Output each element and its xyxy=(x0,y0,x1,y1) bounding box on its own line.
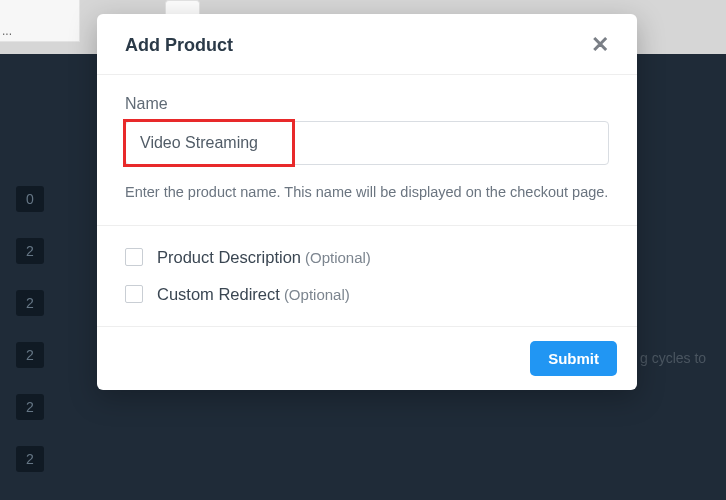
modal-title: Add Product xyxy=(125,35,233,56)
option-label-text: Custom Redirect xyxy=(157,285,280,303)
add-product-modal: Add Product ✕ Name Enter the product nam… xyxy=(97,14,637,390)
modal-header: Add Product ✕ xyxy=(97,14,637,75)
name-help-text: Enter the product name. This name will b… xyxy=(125,179,609,207)
custom-redirect-checkbox[interactable] xyxy=(125,285,143,303)
options-section: Product Description(Optional) Custom Red… xyxy=(97,226,637,326)
modal-overlay: Add Product ✕ Name Enter the product nam… xyxy=(0,0,726,500)
product-description-label: Product Description(Optional) xyxy=(157,248,371,267)
custom-redirect-option: Custom Redirect(Optional) xyxy=(125,285,609,304)
name-label: Name xyxy=(125,95,609,113)
custom-redirect-label: Custom Redirect(Optional) xyxy=(157,285,350,304)
modal-body: Name Enter the product name. This name w… xyxy=(97,75,637,225)
close-icon[interactable]: ✕ xyxy=(591,34,609,56)
option-sub-text: (Optional) xyxy=(284,286,350,303)
product-description-checkbox[interactable] xyxy=(125,248,143,266)
submit-button[interactable]: Submit xyxy=(530,341,617,376)
product-description-option: Product Description(Optional) xyxy=(125,248,609,267)
option-sub-text: (Optional) xyxy=(305,249,371,266)
name-input-wrap xyxy=(125,121,609,165)
name-input[interactable] xyxy=(125,121,609,165)
modal-footer: Submit xyxy=(97,326,637,390)
option-label-text: Product Description xyxy=(157,248,301,266)
